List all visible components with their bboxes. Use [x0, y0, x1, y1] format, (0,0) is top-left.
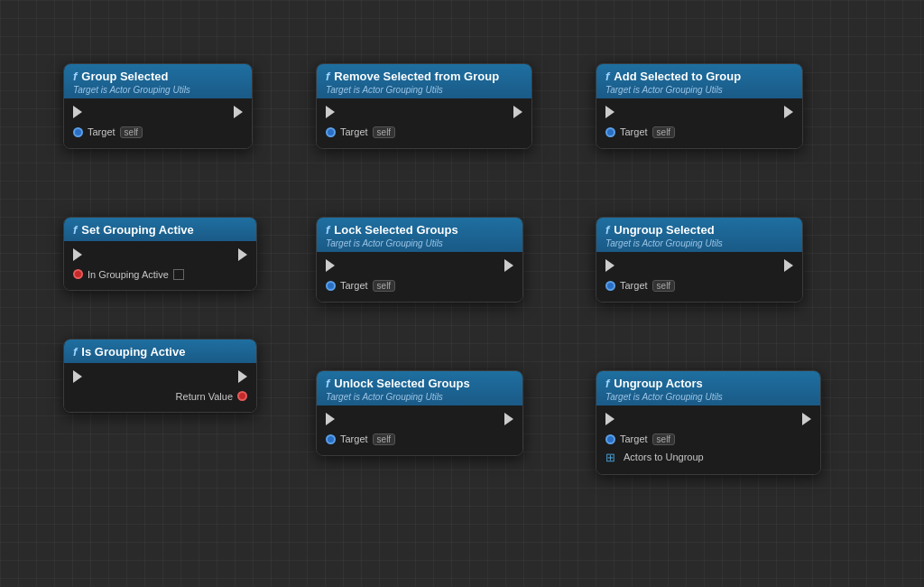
exec-pin-out[interactable]	[238, 370, 247, 383]
exec-pin-in[interactable]	[326, 106, 335, 118]
exec-pin-in[interactable]	[605, 259, 614, 272]
node-title: Ungroup Selected	[614, 223, 714, 238]
node-group-selected[interactable]: f Group Selected Target is Actor Groupin…	[63, 63, 253, 149]
exec-row	[596, 411, 820, 427]
node-subtitle: Target is Actor Grouping Utils	[73, 85, 190, 95]
self-badge: self	[652, 433, 676, 445]
node-body: Return Value	[64, 363, 256, 412]
exec-row	[64, 247, 256, 263]
target-pin[interactable]	[326, 281, 336, 291]
node-ungroup-actors[interactable]: f Ungroup Actors Target is Actor Groupin…	[596, 370, 821, 475]
node-remove-selected[interactable]: f Remove Selected from Group Target is A…	[316, 63, 532, 149]
func-icon: f	[73, 70, 77, 82]
node-header-ungroup-actors: f Ungroup Actors Target is Actor Groupin…	[596, 371, 820, 405]
func-icon: f	[326, 70, 329, 82]
target-pin[interactable]	[73, 127, 83, 137]
func-icon: f	[326, 224, 329, 236]
func-icon: f	[605, 224, 609, 236]
return-value-row: Return Value	[64, 388, 256, 405]
func-icon: f	[73, 224, 77, 236]
node-title: Group Selected	[81, 70, 168, 84]
node-is-grouping[interactable]: f Is Grouping Active Return Value	[63, 339, 257, 413]
func-icon: f	[73, 346, 77, 358]
exec-pin-out[interactable]	[504, 259, 513, 272]
node-header-add-selected: f Add Selected to Group Target is Actor …	[596, 64, 802, 98]
target-label: Target	[340, 126, 368, 137]
target-pin-row: Target self	[317, 124, 531, 141]
actors-label: Actors to Ungroup	[624, 452, 704, 462]
exec-pin-in[interactable]	[73, 248, 82, 261]
exec-pin-out[interactable]	[504, 413, 513, 425]
exec-row	[317, 411, 522, 427]
node-body: In Grouping Active	[64, 241, 256, 290]
node-lock-groups[interactable]: f Lock Selected Groups Target is Actor G…	[316, 217, 523, 303]
exec-row	[64, 368, 256, 385]
exec-row	[596, 257, 802, 274]
target-pin-row: Target self	[596, 277, 802, 294]
func-icon: f	[605, 377, 609, 389]
node-subtitle: Target is Actor Grouping Utils	[605, 392, 723, 402]
target-label: Target	[620, 280, 648, 291]
node-add-selected[interactable]: f Add Selected to Group Target is Actor …	[596, 63, 803, 149]
grouping-checkbox[interactable]	[173, 269, 184, 280]
exec-pin-in[interactable]	[73, 370, 82, 383]
node-body: Target self	[317, 252, 522, 302]
target-pin-row: Target self	[596, 124, 802, 141]
grid-icon: ⊞	[605, 451, 615, 464]
target-pin[interactable]	[326, 434, 336, 444]
target-pin-row: Target self	[317, 277, 522, 294]
node-title: Is Grouping Active	[81, 345, 185, 359]
exec-pin-out[interactable]	[234, 106, 243, 118]
node-subtitle: Target is Actor Grouping Utils	[605, 85, 723, 95]
actors-pin-row: ⊞ Actors to Ungroup	[596, 448, 820, 467]
node-header-remove-selected: f Remove Selected from Group Target is A…	[317, 64, 531, 98]
node-body: Target self	[317, 405, 522, 455]
target-pin-row: Target self	[317, 431, 522, 448]
target-pin[interactable]	[605, 127, 615, 137]
node-title: Lock Selected Groups	[334, 223, 457, 238]
self-badge: self	[373, 280, 396, 292]
exec-pin-in[interactable]	[605, 413, 614, 425]
func-icon: f	[326, 377, 329, 389]
target-label: Target	[340, 433, 368, 444]
node-ungroup-selected[interactable]: f Ungroup Selected Target is Actor Group…	[596, 217, 803, 303]
exec-pin-out[interactable]	[784, 106, 793, 118]
exec-pin-in[interactable]	[73, 106, 82, 118]
target-label: Target	[620, 433, 648, 444]
exec-pin-out[interactable]	[238, 248, 247, 261]
in-grouping-row: In Grouping Active	[64, 266, 256, 283]
self-badge: self	[373, 126, 396, 138]
node-set-grouping[interactable]: f Set Grouping Active In Grouping Active	[63, 217, 257, 291]
node-body: Target self	[596, 252, 802, 302]
self-badge: self	[652, 126, 676, 138]
target-pin[interactable]	[326, 127, 336, 137]
target-pin[interactable]	[605, 281, 615, 291]
exec-row	[317, 257, 522, 274]
node-unlock-groups[interactable]: f Unlock Selected Groups Target is Actor…	[316, 370, 523, 456]
node-header-unlock-groups: f Unlock Selected Groups Target is Actor…	[317, 371, 522, 405]
node-header-set-grouping: f Set Grouping Active	[64, 218, 256, 241]
target-label: Target	[88, 126, 116, 137]
exec-pin-out[interactable]	[784, 259, 793, 272]
exec-pin-in[interactable]	[326, 413, 335, 425]
node-header-lock-groups: f Lock Selected Groups Target is Actor G…	[317, 218, 522, 252]
return-value-pin[interactable]	[237, 391, 247, 401]
target-pin[interactable]	[605, 434, 615, 444]
node-subtitle: Target is Actor Grouping Utils	[326, 392, 443, 402]
node-body: Target self	[64, 98, 252, 148]
node-title: Set Grouping Active	[81, 223, 193, 238]
in-grouping-label: In Grouping Active	[88, 269, 169, 280]
func-icon: f	[605, 70, 609, 82]
exec-pin-out[interactable]	[802, 413, 811, 425]
target-label: Target	[340, 280, 368, 291]
target-pin-row: Target self	[64, 124, 252, 141]
node-header-group-selected: f Group Selected Target is Actor Groupin…	[64, 64, 252, 98]
target-pin-row: Target self	[596, 431, 820, 448]
exec-pin-in[interactable]	[605, 106, 614, 118]
node-body: Target self	[596, 98, 802, 148]
return-value-label: Return Value	[176, 391, 233, 402]
self-badge: self	[652, 280, 676, 292]
exec-pin-in[interactable]	[326, 259, 335, 272]
in-grouping-pin[interactable]	[73, 269, 83, 279]
exec-pin-out[interactable]	[513, 106, 522, 118]
